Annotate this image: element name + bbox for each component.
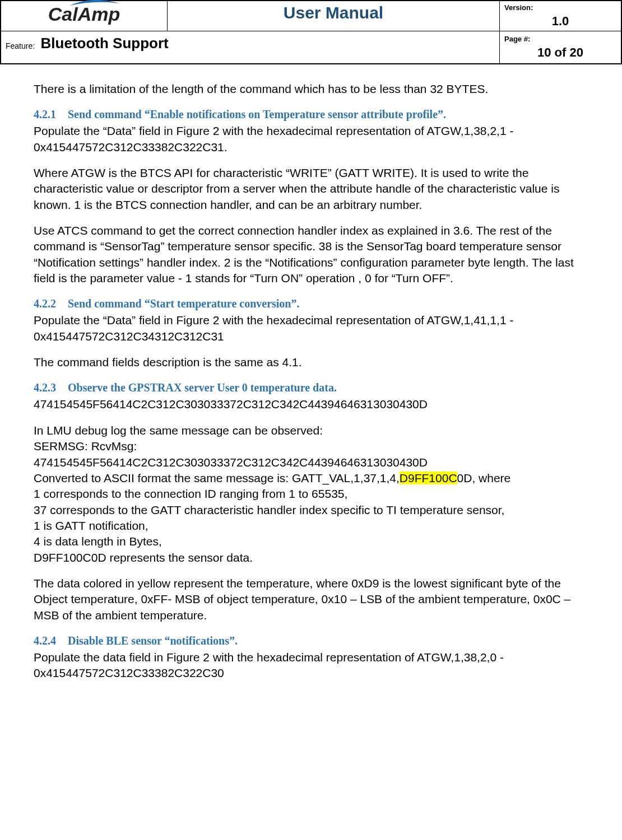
heading-number: 4.2.2: [34, 296, 65, 311]
page-label: Page #:: [504, 35, 616, 43]
heading-4-2-3: 4.2.3 Observe the GPSTRAX server User 0 …: [34, 380, 588, 395]
page-cell: Page #: 10 of 20: [500, 31, 622, 64]
log-line: 37 corresponds to the GATT characteristi…: [34, 502, 588, 518]
paragraph: Use ATCS command to get the correct conn…: [34, 223, 588, 286]
log-line: Converted to ASCII format the same messa…: [34, 470, 588, 486]
log-line: 474154545F56414C2C312C303033372C312C342C…: [34, 455, 588, 470]
paragraph: Where ATGW is the BTCS API for character…: [34, 165, 588, 213]
paragraph: Populate the data field in Figure 2 with…: [34, 650, 588, 682]
version-label: Version:: [504, 3, 616, 12]
text-segment: 0D, where: [457, 472, 511, 484]
log-line: SERMSG: RcvMsg:: [34, 438, 588, 454]
feature-value: Bluetooth Support: [38, 35, 169, 52]
log-line: 1 is GATT notification,: [34, 518, 588, 534]
logo-swoosh-icon: [69, 0, 120, 7]
heading-number: 4.2.4: [34, 633, 65, 648]
paragraph: The command fields description is the sa…: [34, 354, 588, 370]
log-line: D9FF100C0D represents the sensor data.: [34, 550, 588, 566]
paragraph: Populate the “Data” field in Figure 2 wi…: [34, 312, 588, 344]
log-block: In LMU debug log the same message can be…: [34, 423, 588, 566]
highlighted-hex: D9FF100C: [400, 472, 457, 484]
page-value: 10 of 20: [504, 43, 616, 60]
heading-text: Send command “Enable notifications on Te…: [68, 108, 446, 120]
heading-4-2-4: 4.2.4 Disable BLE sensor “notifications”…: [34, 633, 588, 648]
paragraph: Populate the “Data” field in Figure 2 wi…: [34, 123, 588, 155]
logo-cell: CalAmp: [1, 1, 168, 31]
heading-text: Send command “Start temperature conversi…: [68, 297, 299, 310]
hex-line: 474154545F56414C2C312C303033372C312C342C…: [34, 396, 588, 412]
log-line: 1 corresponds to the connection ID rangi…: [34, 486, 588, 502]
heading-number: 4.2.1: [34, 107, 65, 122]
paragraph: The data colored in yellow represent the…: [34, 576, 588, 623]
heading-number: 4.2.3: [34, 380, 65, 395]
heading-4-2-2: 4.2.2 Send command “Start temperature co…: [34, 296, 588, 311]
heading-4-2-1: 4.2.1 Send command “Enable notifications…: [34, 107, 588, 122]
text-segment: Converted to ASCII format the same messa…: [34, 472, 400, 484]
feature-label: Feature:: [6, 41, 35, 50]
intro-paragraph: There is a limitation of the length of t…: [34, 81, 588, 97]
log-line: In LMU debug log the same message can be…: [34, 423, 588, 438]
log-line: 4 is data length in Bytes,: [34, 534, 588, 549]
heading-text: Disable BLE sensor “notifications”.: [68, 634, 238, 647]
heading-text: Observe the GPSTRAX server User 0 temper…: [68, 381, 337, 394]
document-body: There is a limitation of the length of t…: [0, 64, 622, 698]
document-header: CalAmp User Manual Version: 1.0 Feature:…: [0, 0, 622, 64]
feature-cell: Feature: Bluetooth Support: [1, 31, 500, 64]
doc-title: User Manual: [168, 1, 500, 31]
version-cell: Version: 1.0: [500, 1, 622, 31]
version-value: 1.0: [504, 12, 616, 29]
calamp-logo: CalAmp: [48, 3, 120, 25]
